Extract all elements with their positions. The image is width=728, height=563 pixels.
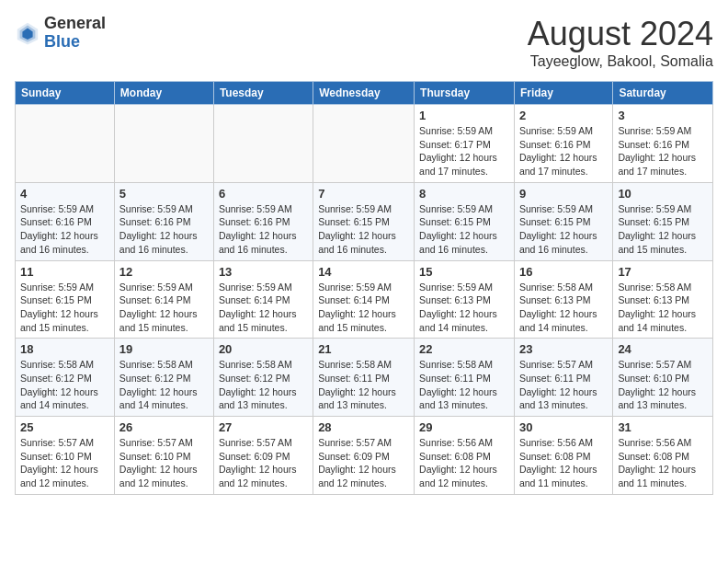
logo-text: General Blue <box>44 15 106 52</box>
day-info: Sunrise: 5:58 AM Sunset: 6:12 PM Dayligh… <box>20 358 109 412</box>
day-info: Sunrise: 5:58 AM Sunset: 6:12 PM Dayligh… <box>119 358 209 412</box>
day-number: 18 <box>20 342 109 356</box>
calendar-cell: 18Sunrise: 5:58 AM Sunset: 6:12 PM Dayli… <box>16 339 115 417</box>
day-info: Sunrise: 5:59 AM Sunset: 6:15 PM Dayligh… <box>519 202 608 257</box>
day-number: 30 <box>519 420 608 434</box>
day-info: Sunrise: 5:59 AM Sunset: 6:15 PM Dayligh… <box>20 281 109 335</box>
day-number: 27 <box>219 420 308 434</box>
calendar-cell: 21Sunrise: 5:58 AM Sunset: 6:11 PM Dayli… <box>313 339 415 417</box>
day-info: Sunrise: 5:59 AM Sunset: 6:15 PM Dayligh… <box>318 202 409 257</box>
location-title: Tayeeglow, Bakool, Somalia <box>528 53 713 70</box>
calendar-cell: 20Sunrise: 5:58 AM Sunset: 6:12 PM Dayli… <box>213 339 313 417</box>
calendar-cell: 11Sunrise: 5:59 AM Sunset: 6:15 PM Dayli… <box>16 260 115 339</box>
week-row-1: 1Sunrise: 5:59 AM Sunset: 6:17 PM Daylig… <box>16 105 713 183</box>
weekday-header-friday: Friday <box>514 82 612 105</box>
calendar-cell <box>213 105 313 183</box>
day-number: 20 <box>219 342 308 356</box>
day-info: Sunrise: 5:59 AM Sunset: 6:15 PM Dayligh… <box>618 202 708 257</box>
day-number: 14 <box>318 265 409 279</box>
day-info: Sunrise: 5:59 AM Sunset: 6:14 PM Dayligh… <box>119 281 209 335</box>
day-number: 5 <box>119 187 209 201</box>
day-number: 4 <box>20 187 109 201</box>
day-number: 6 <box>219 187 308 201</box>
calendar-cell: 29Sunrise: 5:56 AM Sunset: 6:08 PM Dayli… <box>415 417 515 495</box>
day-info: Sunrise: 5:57 AM Sunset: 6:09 PM Dayligh… <box>219 436 308 490</box>
calendar-cell: 2Sunrise: 5:59 AM Sunset: 6:16 PM Daylig… <box>514 105 612 183</box>
day-number: 10 <box>618 187 708 201</box>
day-number: 16 <box>519 265 608 279</box>
weekday-header-wednesday: Wednesday <box>313 82 415 105</box>
day-info: Sunrise: 5:56 AM Sunset: 6:08 PM Dayligh… <box>618 436 708 490</box>
day-info: Sunrise: 5:59 AM Sunset: 6:16 PM Dayligh… <box>618 124 708 178</box>
day-info: Sunrise: 5:58 AM Sunset: 6:11 PM Dayligh… <box>419 358 509 412</box>
weekday-header-tuesday: Tuesday <box>213 82 313 105</box>
day-info: Sunrise: 5:57 AM Sunset: 6:10 PM Dayligh… <box>20 436 109 490</box>
day-info: Sunrise: 5:59 AM Sunset: 6:14 PM Dayligh… <box>318 281 409 335</box>
day-number: 3 <box>618 109 708 122</box>
calendar-cell: 6Sunrise: 5:59 AM Sunset: 6:16 PM Daylig… <box>213 182 313 260</box>
day-info: Sunrise: 5:58 AM Sunset: 6:12 PM Dayligh… <box>219 358 308 412</box>
day-number: 8 <box>419 187 509 201</box>
day-number: 25 <box>20 420 109 434</box>
day-info: Sunrise: 5:59 AM Sunset: 6:15 PM Dayligh… <box>419 202 509 257</box>
calendar-cell <box>313 105 415 183</box>
calendar-cell: 26Sunrise: 5:57 AM Sunset: 6:10 PM Dayli… <box>114 417 213 495</box>
day-info: Sunrise: 5:58 AM Sunset: 6:13 PM Dayligh… <box>519 281 608 335</box>
calendar-cell: 28Sunrise: 5:57 AM Sunset: 6:09 PM Dayli… <box>313 417 415 495</box>
day-number: 29 <box>419 420 509 434</box>
month-title: August 2024 <box>528 15 713 53</box>
day-number: 21 <box>318 342 409 356</box>
day-info: Sunrise: 5:57 AM Sunset: 6:10 PM Dayligh… <box>119 436 209 490</box>
calendar-cell: 17Sunrise: 5:58 AM Sunset: 6:13 PM Dayli… <box>613 260 713 339</box>
day-number: 23 <box>519 342 608 356</box>
calendar-cell: 24Sunrise: 5:57 AM Sunset: 6:10 PM Dayli… <box>613 339 713 417</box>
calendar-cell: 31Sunrise: 5:56 AM Sunset: 6:08 PM Dayli… <box>613 417 713 495</box>
logo-icon <box>15 20 40 46</box>
day-number: 31 <box>618 420 708 434</box>
weekday-header-row: SundayMondayTuesdayWednesdayThursdayFrid… <box>16 82 713 105</box>
calendar-cell: 15Sunrise: 5:59 AM Sunset: 6:13 PM Dayli… <box>415 260 515 339</box>
calendar-cell: 8Sunrise: 5:59 AM Sunset: 6:15 PM Daylig… <box>415 182 515 260</box>
week-row-3: 11Sunrise: 5:59 AM Sunset: 6:15 PM Dayli… <box>16 260 713 339</box>
day-number: 12 <box>119 265 209 279</box>
weekday-header-saturday: Saturday <box>613 82 713 105</box>
calendar-cell: 13Sunrise: 5:59 AM Sunset: 6:14 PM Dayli… <box>213 260 313 339</box>
day-info: Sunrise: 5:59 AM Sunset: 6:13 PM Dayligh… <box>419 281 509 335</box>
calendar-cell <box>114 105 213 183</box>
title-block: August 2024 Tayeeglow, Bakool, Somalia <box>528 15 713 70</box>
weekday-header-monday: Monday <box>114 82 213 105</box>
calendar-cell: 14Sunrise: 5:59 AM Sunset: 6:14 PM Dayli… <box>313 260 415 339</box>
calendar-cell: 22Sunrise: 5:58 AM Sunset: 6:11 PM Dayli… <box>415 339 515 417</box>
day-number: 1 <box>419 109 509 122</box>
calendar-cell: 25Sunrise: 5:57 AM Sunset: 6:10 PM Dayli… <box>16 417 115 495</box>
day-info: Sunrise: 5:59 AM Sunset: 6:16 PM Dayligh… <box>519 124 608 178</box>
calendar-cell: 27Sunrise: 5:57 AM Sunset: 6:09 PM Dayli… <box>213 417 313 495</box>
day-number: 2 <box>519 109 608 122</box>
calendar-cell: 23Sunrise: 5:57 AM Sunset: 6:11 PM Dayli… <box>514 339 612 417</box>
week-row-4: 18Sunrise: 5:58 AM Sunset: 6:12 PM Dayli… <box>16 339 713 417</box>
day-info: Sunrise: 5:59 AM Sunset: 6:16 PM Dayligh… <box>20 202 109 257</box>
day-number: 28 <box>318 420 409 434</box>
logo: General Blue <box>15 15 106 52</box>
day-info: Sunrise: 5:57 AM Sunset: 6:10 PM Dayligh… <box>618 358 708 412</box>
day-number: 15 <box>419 265 509 279</box>
day-number: 24 <box>618 342 708 356</box>
day-number: 19 <box>119 342 209 356</box>
calendar-cell: 5Sunrise: 5:59 AM Sunset: 6:16 PM Daylig… <box>114 182 213 260</box>
calendar-cell: 10Sunrise: 5:59 AM Sunset: 6:15 PM Dayli… <box>613 182 713 260</box>
day-number: 7 <box>318 187 409 201</box>
day-number: 26 <box>119 420 209 434</box>
weekday-header-thursday: Thursday <box>415 82 515 105</box>
day-info: Sunrise: 5:58 AM Sunset: 6:11 PM Dayligh… <box>318 358 409 412</box>
calendar-cell: 19Sunrise: 5:58 AM Sunset: 6:12 PM Dayli… <box>114 339 213 417</box>
day-info: Sunrise: 5:56 AM Sunset: 6:08 PM Dayligh… <box>419 436 509 490</box>
day-info: Sunrise: 5:59 AM Sunset: 6:16 PM Dayligh… <box>219 202 308 257</box>
calendar-cell: 3Sunrise: 5:59 AM Sunset: 6:16 PM Daylig… <box>613 105 713 183</box>
day-number: 11 <box>20 265 109 279</box>
day-info: Sunrise: 5:56 AM Sunset: 6:08 PM Dayligh… <box>519 436 608 490</box>
calendar-cell: 12Sunrise: 5:59 AM Sunset: 6:14 PM Dayli… <box>114 260 213 339</box>
calendar-cell: 1Sunrise: 5:59 AM Sunset: 6:17 PM Daylig… <box>415 105 515 183</box>
day-info: Sunrise: 5:57 AM Sunset: 6:11 PM Dayligh… <box>519 358 608 412</box>
day-info: Sunrise: 5:58 AM Sunset: 6:13 PM Dayligh… <box>618 281 708 335</box>
page-header: General Blue August 2024 Tayeeglow, Bako… <box>15 15 713 70</box>
